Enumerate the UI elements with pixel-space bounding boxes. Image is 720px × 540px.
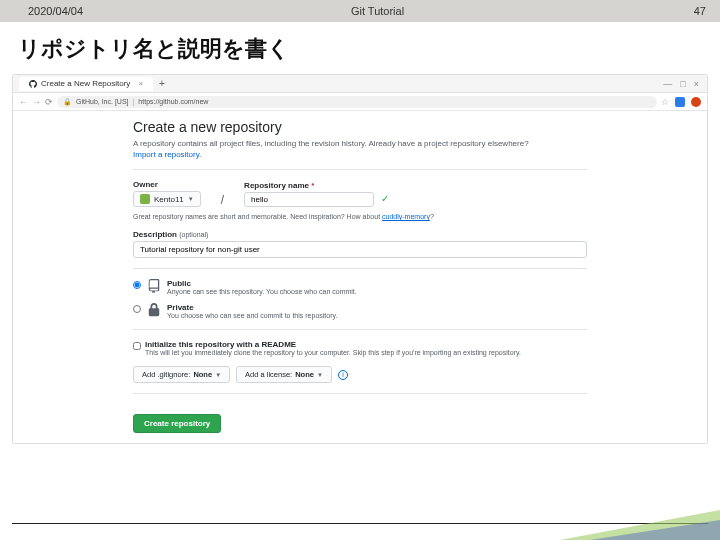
readme-title: Initialize this repository with a README bbox=[145, 340, 521, 349]
slide-title-small: Git Tutorial bbox=[83, 5, 672, 17]
address-bar[interactable]: 🔒 GitHub, Inc. [US] | https://github.com… bbox=[57, 96, 657, 108]
description-input[interactable] bbox=[133, 241, 587, 258]
create-repo-button[interactable]: Create repository bbox=[133, 414, 221, 433]
tab-close-icon[interactable]: × bbox=[138, 79, 143, 88]
github-page: Create a new repository A repository con… bbox=[13, 111, 707, 443]
bookmark-star-icon[interactable]: ☆ bbox=[661, 97, 669, 107]
owner-avatar-icon bbox=[140, 194, 150, 204]
caret-down-icon: ▼ bbox=[215, 372, 221, 378]
page-title: Create a new repository bbox=[133, 119, 587, 135]
suggestion-link[interactable]: cuddly-memory bbox=[382, 213, 430, 220]
readme-desc: This will let you immediately clone the … bbox=[145, 349, 521, 356]
browser-window: Create a New Repository × + — □ × ← → ⟳ … bbox=[12, 74, 708, 444]
owner-label: Owner bbox=[133, 180, 201, 189]
slash-separator: / bbox=[217, 193, 228, 207]
profile-avatar-icon[interactable] bbox=[691, 97, 701, 107]
public-desc: Anyone can see this repository. You choo… bbox=[167, 288, 357, 295]
extension-icon[interactable] bbox=[675, 97, 685, 107]
new-tab-button[interactable]: + bbox=[159, 78, 165, 89]
tab-title: Create a New Repository bbox=[41, 79, 130, 88]
browser-tab[interactable]: Create a New Repository × bbox=[19, 77, 153, 91]
check-icon: ✓ bbox=[381, 193, 389, 204]
github-icon bbox=[29, 80, 37, 88]
window-maximize-icon[interactable]: □ bbox=[680, 79, 685, 89]
public-radio[interactable] bbox=[133, 281, 141, 289]
forward-icon[interactable]: → bbox=[32, 97, 41, 107]
public-title: Public bbox=[167, 279, 357, 288]
browser-tab-bar: Create a New Repository × + — □ × bbox=[13, 75, 707, 93]
caret-down-icon: ▼ bbox=[317, 372, 323, 378]
browser-toolbar: ← → ⟳ 🔒 GitHub, Inc. [US] | https://gith… bbox=[13, 93, 707, 111]
private-title: Private bbox=[167, 303, 337, 312]
slide-page-number: 47 bbox=[672, 5, 712, 17]
reload-icon[interactable]: ⟳ bbox=[45, 97, 53, 107]
page-subtitle: A repository contains all project files,… bbox=[133, 139, 587, 148]
lock-icon: 🔒 bbox=[63, 98, 72, 106]
lock-icon bbox=[147, 303, 161, 317]
owner-name: Kento11 bbox=[154, 195, 184, 204]
repo-name-input[interactable] bbox=[244, 192, 374, 207]
private-radio[interactable] bbox=[133, 305, 141, 313]
info-icon[interactable]: i bbox=[338, 370, 348, 380]
url-path: https://github.com/new bbox=[138, 98, 208, 105]
import-repo-link[interactable]: Import a repository. bbox=[133, 150, 201, 159]
slide-heading: リポジトリ名と説明を書く bbox=[0, 22, 720, 74]
name-hint: Great repository names are short and mem… bbox=[133, 213, 587, 220]
slide-date: 2020/04/04 bbox=[8, 5, 83, 17]
owner-dropdown[interactable]: Kento11 ▼ bbox=[133, 191, 201, 207]
window-minimize-icon[interactable]: — bbox=[663, 79, 672, 89]
description-label: Description (optional) bbox=[133, 230, 587, 239]
repo-name-label: Repository name * bbox=[244, 181, 389, 190]
accent-triangle-blue bbox=[590, 520, 720, 540]
divider bbox=[133, 169, 587, 170]
license-dropdown[interactable]: Add a license: None▼ bbox=[236, 366, 332, 383]
readme-checkbox[interactable] bbox=[133, 342, 141, 350]
caret-down-icon: ▼ bbox=[188, 196, 194, 202]
back-icon[interactable]: ← bbox=[19, 97, 28, 107]
window-close-icon[interactable]: × bbox=[694, 79, 699, 89]
divider bbox=[133, 329, 587, 330]
private-desc: You choose who can see and commit to thi… bbox=[167, 312, 337, 319]
url-host: GitHub, Inc. [US] bbox=[76, 98, 129, 105]
divider bbox=[133, 268, 587, 269]
gitignore-dropdown[interactable]: Add .gitignore: None▼ bbox=[133, 366, 230, 383]
repo-icon bbox=[147, 279, 161, 293]
divider bbox=[133, 393, 587, 394]
